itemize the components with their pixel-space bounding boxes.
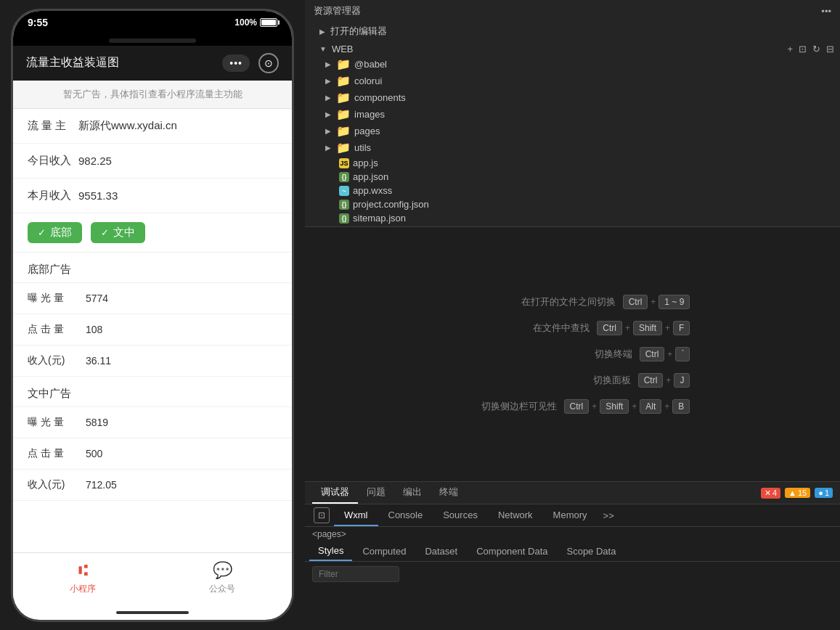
traffic-label: 流 量 主 <box>28 119 78 133</box>
app-json-file[interactable]: {} app.json <box>305 170 840 184</box>
devtools-tab-wxml[interactable]: Wxml <box>334 505 378 526</box>
key-ctrl-5: Ctrl <box>564 399 590 414</box>
bottom-income-row: 收入(元) 36.11 <box>13 345 292 377</box>
mid-exposure-row: 曝 光 量 5819 <box>13 407 292 438</box>
utils-label: utils <box>354 142 371 153</box>
shortcut-switch-files-keys: Ctrl + 1 ~ 9 <box>623 295 690 309</box>
warn-triangle-icon: ▲ <box>788 488 796 497</box>
network-label: Network <box>498 510 533 520</box>
tab-debugger[interactable]: 调试器 <box>312 482 358 504</box>
components-folder[interactable]: ▶ 📁 components <box>305 89 840 106</box>
bottom-panel: 调试器 问题 编出 终端 ✕ 4 ▲ 15 <box>305 481 840 630</box>
mid-income-row: 收入(元) 712.05 <box>13 470 292 501</box>
tab-terminal[interactable]: 终端 <box>431 482 467 504</box>
project-config-label: project.config.json <box>353 199 429 210</box>
collapse-arrow: ▶ <box>319 28 325 36</box>
official-icon: 💬 <box>212 560 232 581</box>
folder-icon-images: 📁 <box>336 107 351 121</box>
styles-label: Styles <box>318 545 343 556</box>
refresh-icon[interactable]: ↻ <box>812 44 820 54</box>
devtools-tab-sources[interactable]: Sources <box>433 505 488 526</box>
phone-status-bar: 9:55 100% <box>13 11 292 31</box>
images-label: images <box>354 109 385 120</box>
inspect-icon[interactable]: ⊡ <box>314 507 330 523</box>
key-sep-1: + <box>651 297 656 307</box>
file-explorer: 资源管理器 ••• ▶ 打开的编辑器 ▼ WEB + ⊡ ↻ ⊟ <box>305 0 840 227</box>
folder-icon-pages: 📁 <box>336 124 351 138</box>
monthly-label: 本月收入 <box>28 189 78 202</box>
key-sep-7: + <box>632 401 637 412</box>
colorui-folder[interactable]: ▶ 📁 colorui <box>305 73 840 89</box>
devtools-tab-memory[interactable]: Memory <box>543 505 598 526</box>
tab-output-label: 编出 <box>403 486 422 497</box>
today-income-row: 今日收入 982.25 <box>13 144 292 179</box>
phone-simulator: 9:55 100% 流量主收益装逼图 ••• ⊙ 暂无广告，具体指引查看小程序流… <box>0 0 305 630</box>
style-tab-dataset[interactable]: Dataset <box>416 542 466 560</box>
battery-icon <box>260 18 277 27</box>
mid-click-value: 500 <box>86 448 102 459</box>
new-folder-icon[interactable]: ⊡ <box>799 44 807 54</box>
new-file-icon[interactable]: + <box>787 44 793 54</box>
shortcut-sidebar-label: 切换侧边栏可见性 <box>455 400 557 413</box>
more-options-icon[interactable]: ••• <box>821 6 831 17</box>
mid-badge[interactable]: ✓ 文中 <box>91 222 145 243</box>
nav-official[interactable]: 💬 公众号 <box>209 560 235 595</box>
collapse-all-icon[interactable]: ⊟ <box>826 44 834 54</box>
app-js-file[interactable]: JS app.js <box>305 156 840 170</box>
menu-dots[interactable]: ••• <box>222 54 250 72</box>
key-shift-2: Shift <box>600 399 629 414</box>
phone-title: 流量主收益装逼图 <box>26 55 119 70</box>
bottom-exposure-value: 5774 <box>86 292 108 304</box>
folder-icon-components: 📁 <box>336 91 351 105</box>
shortcut-sidebar-keys: Ctrl + Shift + Alt + B <box>564 399 690 414</box>
bottom-badge-label: 底部 <box>50 226 72 240</box>
share-icon[interactable]: ⊙ <box>258 53 279 73</box>
app-wxss-file[interactable]: ~ app.wxss <box>305 184 840 197</box>
battery-fill <box>261 20 276 25</box>
bottom-badge[interactable]: ✓ 底部 <box>28 222 82 243</box>
traffic-row: 流 量 主 新源代www.xydai.cn <box>13 109 292 144</box>
web-expand-arrow: ▼ <box>319 45 327 53</box>
key-shift-1: Shift <box>633 321 662 335</box>
nav-miniprogram[interactable]: ⑆ 小程序 <box>70 560 96 595</box>
tab-issues[interactable]: 问题 <box>358 482 394 504</box>
styles-content-area <box>305 586 840 630</box>
tab-output[interactable]: 编出 <box>394 482 431 504</box>
phone-title-bar: 流量主收益装逼图 ••• ⊙ <box>13 46 292 81</box>
arrow-babel: ▶ <box>325 60 331 68</box>
key-sep-3: + <box>665 323 670 333</box>
ide-container: 资源管理器 ••• ▶ 打开的编辑器 ▼ WEB + ⊡ ↻ ⊟ <box>305 0 840 630</box>
devtools-tab-console[interactable]: Console <box>378 505 433 526</box>
devtools-tab-network[interactable]: Network <box>488 505 543 526</box>
style-tab-computed[interactable]: Computed <box>354 542 415 560</box>
devtools-tabs: Wxml Console Sources Network Memory <box>334 505 598 526</box>
images-folder[interactable]: ▶ 📁 images <box>305 106 840 123</box>
arrow-utils: ▶ <box>325 144 331 152</box>
key-ctrl-1: Ctrl <box>623 295 648 309</box>
sitemap-file[interactable]: {} sitemap.json <box>305 211 840 225</box>
arrow-images: ▶ <box>325 110 331 118</box>
pages-folder[interactable]: ▶ 📁 pages <box>305 123 840 139</box>
open-editors-item[interactable]: ▶ 打开的编辑器 <box>305 23 840 39</box>
babel-folder[interactable]: ▶ 📁 @babel <box>305 56 840 73</box>
style-tab-component-data[interactable]: Component Data <box>468 542 556 560</box>
project-config-file[interactable]: {} project.config.json <box>305 197 840 211</box>
style-tab-styles[interactable]: Styles <box>309 541 352 561</box>
warn-count: 15 <box>798 488 807 497</box>
utils-folder[interactable]: ▶ 📁 utils <box>305 139 840 156</box>
bottom-income-label: 收入(元) <box>28 354 86 367</box>
folder-icon-babel: 📁 <box>336 57 351 71</box>
tab-terminal-label: 终端 <box>439 486 458 497</box>
breadcrumb: <pages> <box>312 529 346 539</box>
devtools-more-icon[interactable]: >> <box>598 506 620 525</box>
mid-click-label: 点 击 量 <box>28 447 86 460</box>
monthly-income-row: 本月收入 9551.33 <box>13 179 292 213</box>
web-folder-item[interactable]: ▼ WEB + ⊡ ↻ ⊟ <box>305 42 840 56</box>
shortcut-switch-files-label: 在打开的文件之间切换 <box>514 295 616 308</box>
components-label: components <box>354 92 406 103</box>
mid-income-value: 712.05 <box>86 479 117 491</box>
app-wxss-label: app.wxss <box>353 185 392 196</box>
filter-input[interactable] <box>312 566 399 582</box>
sitemap-label: sitemap.json <box>353 213 406 224</box>
style-tab-scope-data[interactable]: Scope Data <box>558 542 624 560</box>
